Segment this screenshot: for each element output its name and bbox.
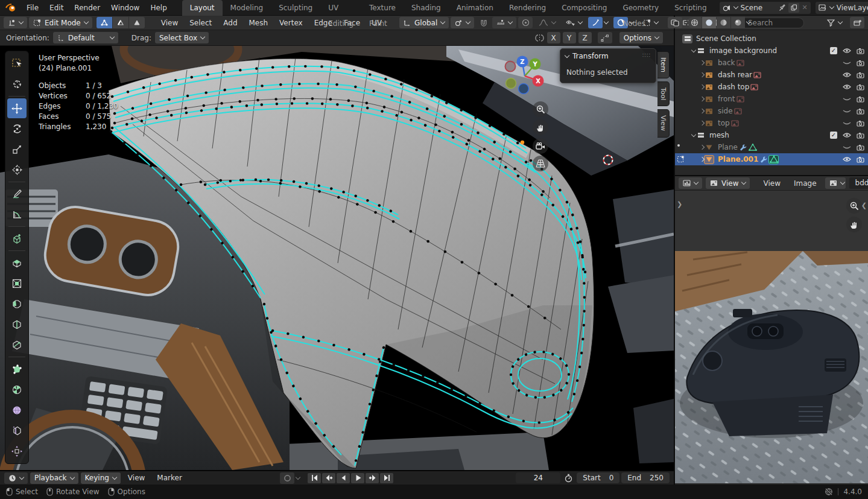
- render-visibility-icon[interactable]: [857, 84, 864, 91]
- menu-window[interactable]: Window: [106, 0, 145, 16]
- eye-open-icon[interactable]: [843, 156, 851, 162]
- tool-rotate[interactable]: [7, 119, 27, 139]
- shading-material-button[interactable]: [717, 17, 730, 28]
- tool-cursor[interactable]: [7, 74, 27, 94]
- eye-closed-icon[interactable]: [843, 120, 851, 126]
- image-mode-dropdown[interactable]: View: [706, 177, 750, 189]
- editor-type-dropdown[interactable]: [679, 177, 702, 189]
- mirror-y-button[interactable]: Y: [563, 32, 576, 43]
- render-visibility-icon[interactable]: [857, 132, 864, 139]
- tool-measure[interactable]: [7, 205, 27, 224]
- new-scene-icon[interactable]: [788, 3, 799, 13]
- tool-knife[interactable]: [7, 335, 27, 355]
- tool-annotate[interactable]: [7, 184, 27, 204]
- timeline-editor-dropdown[interactable]: [4, 472, 28, 484]
- render-visibility-icon[interactable]: [857, 108, 864, 115]
- frame-end-field[interactable]: End250: [621, 472, 670, 483]
- blender-logo-icon[interactable]: [0, 3, 21, 12]
- render-visibility-icon[interactable]: [857, 144, 864, 151]
- eye-open-icon[interactable]: [843, 72, 851, 78]
- mirror-icon[interactable]: [534, 34, 545, 42]
- camera-view-button[interactable]: [533, 138, 548, 154]
- tool-scale[interactable]: [7, 139, 27, 159]
- row-front[interactable]: front: [675, 93, 868, 105]
- tool-loop-cut[interactable]: [7, 314, 27, 334]
- gizmo-dropdown-chevron[interactable]: [604, 19, 609, 24]
- row-side[interactable]: side: [675, 105, 868, 117]
- tool-transform[interactable]: [7, 160, 27, 180]
- auto-keying-toggle[interactable]: [280, 472, 294, 484]
- row-dash-top[interactable]: dash top: [675, 81, 868, 93]
- row-top[interactable]: top: [675, 117, 868, 129]
- render-visibility-icon[interactable]: [857, 120, 864, 127]
- orientation-default-dropdown[interactable]: Default: [53, 32, 118, 43]
- menu-file[interactable]: File: [21, 0, 44, 16]
- select-mode-vertex-button[interactable]: [97, 17, 112, 28]
- tab-modeling[interactable]: Modeling: [223, 0, 271, 16]
- panel-grip-icon[interactable]: ········: [642, 54, 651, 59]
- jump-to-end-button[interactable]: [380, 473, 393, 483]
- correct-face-attributes-button[interactable]: [598, 32, 612, 43]
- collection-checkbox[interactable]: ✓: [830, 132, 837, 139]
- playback-dropdown[interactable]: Playback: [30, 472, 78, 484]
- frame-start-field[interactable]: Start0: [577, 472, 619, 483]
- tool-shrink-fatten[interactable]: [7, 441, 27, 461]
- snap-target-dropdown[interactable]: [492, 17, 516, 28]
- menu-ie-image[interactable]: Image: [789, 179, 822, 188]
- mirror-x-button[interactable]: X: [547, 32, 560, 43]
- ie-zoom-button[interactable]: [846, 198, 862, 214]
- row-back[interactable]: back: [675, 57, 868, 69]
- menu-render[interactable]: Render: [69, 0, 106, 16]
- menu-add[interactable]: Add: [218, 19, 242, 27]
- tool-spin[interactable]: [7, 380, 27, 399]
- pivot-point-dropdown[interactable]: [451, 17, 474, 28]
- drag-mode-dropdown[interactable]: Select Box: [155, 32, 209, 43]
- eye-open-icon[interactable]: [843, 84, 851, 90]
- tool-select-box[interactable]: [7, 54, 27, 74]
- image-editor-canvas[interactable]: ❯ ❮: [675, 191, 868, 483]
- tool-bevel[interactable]: [7, 294, 27, 314]
- menu-ie-view[interactable]: View: [758, 179, 785, 188]
- render-visibility-icon[interactable]: [857, 96, 864, 103]
- ie-pan-button[interactable]: [846, 217, 862, 232]
- snap-toggle-button[interactable]: [476, 17, 490, 28]
- tool-options-dropdown[interactable]: Options: [619, 32, 663, 43]
- scene-selector[interactable]: Scene ✕: [720, 2, 811, 14]
- current-frame-field[interactable]: 24: [516, 472, 560, 483]
- menu-select[interactable]: Select: [185, 19, 217, 27]
- pan-view-button[interactable]: [533, 119, 548, 135]
- tool-edge-slide[interactable]: [7, 421, 27, 440]
- tool-smooth[interactable]: [7, 400, 27, 420]
- tab-item[interactable]: Item: [657, 51, 670, 78]
- eye-closed-icon[interactable]: [843, 108, 851, 114]
- tab-animation[interactable]: Animation: [449, 0, 501, 16]
- navigation-gizmo[interactable]: Z Y X: [503, 54, 546, 94]
- proportional-falloff-dropdown[interactable]: [534, 17, 560, 28]
- new-collection-button[interactable]: [850, 17, 864, 28]
- prev-keyframe-button[interactable]: [322, 473, 335, 483]
- zoom-view-button[interactable]: [533, 101, 548, 117]
- row-mesh-collection[interactable]: mesh ✓: [675, 129, 868, 141]
- tab-scripting[interactable]: Scripting: [667, 0, 714, 16]
- tab-compositing[interactable]: Compositing: [554, 0, 615, 16]
- search-input[interactable]: [748, 19, 799, 27]
- stopwatch-icon[interactable]: [564, 474, 573, 483]
- unlink-scene-icon[interactable]: ✕: [802, 4, 808, 11]
- tool-extrude-region[interactable]: [7, 253, 27, 273]
- mode-dropdown[interactable]: Edit Mode: [29, 17, 92, 28]
- transform-orientation-dropdown[interactable]: Global: [399, 17, 449, 28]
- show-gizmo-toggle[interactable]: [588, 17, 603, 28]
- tool-move[interactable]: [7, 98, 27, 118]
- tab-tool[interactable]: Tool: [657, 81, 670, 106]
- row-plane-001[interactable]: Plane.001: [675, 153, 868, 165]
- scene-name[interactable]: Scene: [741, 4, 776, 12]
- menu-tl-marker[interactable]: Marker: [152, 474, 186, 482]
- sidebar-expand-icon[interactable]: ❮: [861, 202, 867, 209]
- jump-to-start-button[interactable]: [308, 473, 321, 483]
- eye-open-icon[interactable]: [843, 132, 851, 138]
- render-visibility-icon[interactable]: [857, 72, 864, 78]
- image-name-field[interactable]: bdd.jpg: [849, 177, 868, 189]
- shading-rendered-button[interactable]: [731, 17, 745, 28]
- pin-icon[interactable]: [779, 4, 785, 11]
- tab-layout[interactable]: Layout: [182, 0, 223, 16]
